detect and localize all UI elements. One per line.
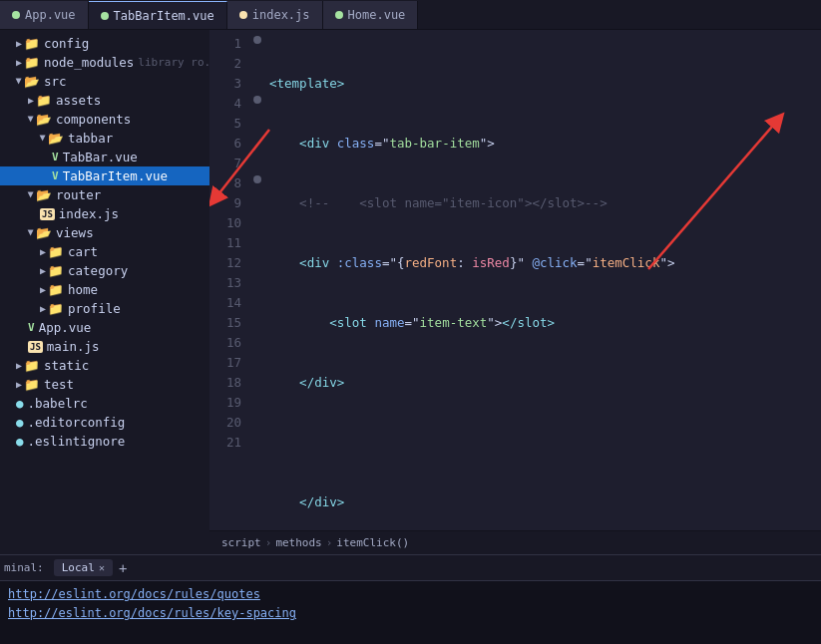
sidebar-label: home — [68, 282, 98, 297]
terminal: minal: Local ✕ + http://eslint.org/docs/… — [0, 554, 821, 644]
tab-dot-green — [335, 11, 343, 19]
arrow-icon: ▶ — [16, 57, 22, 68]
sidebar-label: node_modules — [44, 55, 134, 70]
sidebar-label: tabbar — [68, 131, 113, 146]
code-line: <slot name="item-text"></slot> — [265, 313, 821, 333]
terminal-add-button[interactable]: + — [115, 560, 131, 576]
sidebar-label: cart — [68, 244, 98, 259]
tab-home-vue[interactable]: Home.vue — [323, 1, 419, 29]
js-icon: JS — [40, 208, 55, 220]
tab-dot-green — [101, 12, 109, 20]
terminal-tab-label: Local — [62, 561, 95, 574]
code-content[interactable]: <template> <div class="tab-bar-item"> <!… — [265, 30, 821, 530]
tab-label: index.js — [252, 8, 310, 22]
sidebar-item-app-vue[interactable]: V App.vue — [0, 318, 209, 337]
sidebar-item-tabbaritem-vue[interactable]: V TabBarItem.vue — [0, 166, 209, 185]
folder-icon: 📁 — [24, 55, 40, 70]
breadcrumb-item[interactable]: methods — [275, 536, 321, 549]
arrow-icon: ▶ — [38, 135, 49, 141]
sidebar-item-eslintignore[interactable]: ● .eslintignore — [0, 432, 209, 451]
terminal-tab-local[interactable]: Local ✕ — [54, 559, 113, 576]
sidebar-label: static — [44, 358, 89, 373]
sidebar-item-router[interactable]: ▶ 📂 router — [0, 185, 209, 204]
terminal-content: http://eslint.org/docs/rules/quotes http… — [0, 581, 821, 644]
dot-icon: ● — [16, 415, 24, 430]
sidebar-item-main-js[interactable]: JS main.js — [0, 337, 209, 356]
folder-icon: 📁 — [24, 377, 40, 392]
tab-tabbaritem-vue[interactable]: TabBarItem.vue — [89, 1, 227, 29]
sidebar-label: assets — [56, 93, 101, 108]
sidebar-item-config[interactable]: ▶ 📁 config — [0, 34, 209, 53]
code-line: <div class="tab-bar-item"> — [265, 134, 821, 154]
sidebar-item-test[interactable]: ▶ 📁 test — [0, 375, 209, 394]
sidebar-label: category — [68, 263, 128, 278]
sidebar-item-babelrc[interactable]: ● .babelrc — [0, 394, 209, 413]
sidebar-label: src — [44, 74, 67, 89]
sidebar-item-tabbar[interactable]: ▶ 📂 tabbar — [0, 129, 209, 148]
terminal-line: http://eslint.org/docs/rules/key-spacing — [8, 604, 813, 623]
vue-icon: V — [28, 321, 35, 334]
sidebar-label: .eslintignore — [28, 434, 126, 449]
breadcrumb-item[interactable]: itemClick() — [336, 536, 409, 549]
sidebar-label: index.js — [59, 206, 119, 221]
code-container: 12345 678910 1112131415 1617181920 21 — [209, 30, 821, 530]
sidebar-label: TabBarItem.vue — [63, 168, 168, 183]
code-line — [265, 433, 821, 453]
sidebar-item-profile[interactable]: ▶ 📁 profile — [0, 299, 209, 318]
main-layout: ▶ 📁 config ▶ 📁 node_modules library ro..… — [0, 30, 821, 554]
sidebar-item-home[interactable]: ▶ 📁 home — [0, 280, 209, 299]
folder-icon: 📂 — [36, 225, 52, 240]
sidebar-item-category[interactable]: ▶ 📁 category — [0, 261, 209, 280]
sidebar-item-cart[interactable]: ▶ 📁 cart — [0, 242, 209, 261]
breadcrumb-bar: script › methods › itemClick() — [209, 530, 821, 554]
sidebar-label: config — [44, 36, 89, 51]
sidebar-label: main.js — [47, 339, 100, 354]
sidebar-item-tabbar-vue[interactable]: V TabBar.vue — [0, 148, 209, 166]
folder-icon: 📁 — [24, 358, 40, 373]
folder-icon: 📁 — [48, 263, 64, 278]
tab-dot-green — [12, 11, 20, 19]
sidebar-item-static[interactable]: ▶ 📁 static — [0, 356, 209, 375]
folder-icon: 📂 — [36, 112, 52, 127]
arrow-icon: ▶ — [16, 379, 22, 390]
sidebar-label: components — [56, 112, 131, 127]
breadcrumb-item[interactable]: script — [221, 536, 261, 549]
sidebar-item-components[interactable]: ▶ 📂 components — [0, 110, 209, 129]
sidebar-label: App.vue — [39, 320, 92, 335]
node-modules-suffix: library ro... — [138, 56, 209, 69]
dot-icon: ● — [16, 434, 24, 449]
sidebar-label: router — [56, 187, 101, 202]
tab-index-js[interactable]: index.js — [227, 1, 323, 29]
tab-bar: App.vue TabBarItem.vue index.js Home.vue — [0, 0, 821, 30]
tab-app-vue[interactable]: App.vue — [0, 1, 89, 29]
vue-icon: V — [52, 151, 59, 163]
vue-icon: V — [52, 169, 59, 182]
arrow-icon: ▶ — [16, 360, 22, 371]
code-line: <div :class="{redFont: isRed}" @click="i… — [265, 253, 821, 273]
dot-icon: ● — [16, 396, 24, 411]
folder-icon: 📁 — [36, 93, 52, 108]
sidebar-item-index-js[interactable]: JS index.js — [0, 204, 209, 223]
code-line: <template> — [265, 74, 821, 94]
sidebar-label: profile — [68, 301, 121, 316]
sidebar-item-assets[interactable]: ▶ 📁 assets — [0, 91, 209, 110]
folder-icon: 📁 — [24, 36, 40, 51]
folder-icon: 📁 — [48, 282, 64, 297]
close-icon[interactable]: ✕ — [99, 562, 105, 573]
terminal-label: minal: — [4, 561, 44, 574]
terminal-link-1[interactable]: http://eslint.org/docs/rules/quotes — [8, 587, 260, 601]
folder-icon: 📂 — [24, 74, 40, 89]
breadcrumb-sep: › — [265, 536, 272, 549]
sidebar-item-views[interactable]: ▶ 📂 views — [0, 223, 209, 242]
sidebar-item-editorconfig[interactable]: ● .editorconfig — [0, 413, 209, 432]
folder-icon: 📁 — [48, 244, 64, 259]
arrow-icon: ▶ — [40, 246, 46, 257]
sidebar-item-src[interactable]: ▶ 📂 src — [0, 72, 209, 91]
sidebar-label: .editorconfig — [28, 415, 126, 430]
tab-dot-yellow — [239, 11, 247, 19]
sidebar-item-node-modules[interactable]: ▶ 📁 node_modules library ro... — [0, 53, 209, 72]
arrow-icon: ▶ — [40, 303, 46, 314]
terminal-link-2[interactable]: http://eslint.org/docs/rules/key-spacing — [8, 606, 296, 620]
folder-icon: 📁 — [48, 301, 64, 316]
code-line: <!-- <slot name="item-icon"></slot>--> — [265, 193, 821, 213]
